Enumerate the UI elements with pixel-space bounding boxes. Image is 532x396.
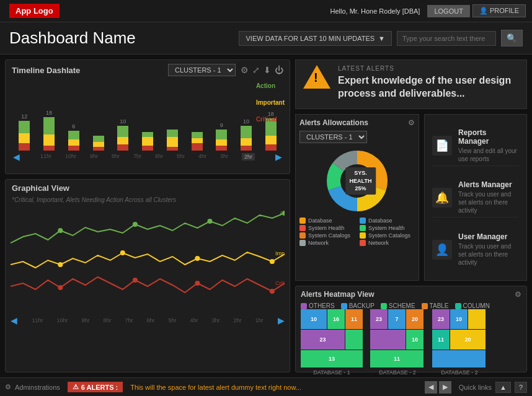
timeline-panel: Timeline Dashlate CLUSTERS - 1 ⚙ ⤢ ⬇ ⏻ 1… — [5, 59, 290, 174]
alerts-manager-icon: 🔔 — [432, 188, 452, 208]
username: Mr. Hone Rodely [DBA] — [350, 7, 420, 15]
svg-point-2 — [207, 219, 212, 224]
reports-manager-item[interactable]: 📄 Reports Manager View and edit all your… — [432, 126, 519, 166]
legend-item: System Catalogs — [360, 232, 415, 239]
graph-bottom: ◀ 11hr10hr9hr8hr7hr6hr5hr4hr3hr2hr1hr ▶ — [6, 314, 290, 327]
reports-manager-icon: 📄 — [432, 136, 452, 156]
legend-dot — [299, 225, 306, 231]
backup-dot — [341, 303, 347, 309]
timeline-nav-right[interactable]: ▶ — [275, 152, 282, 162]
timeline-cluster-select[interactable]: CLUSTERS - 1 — [168, 64, 236, 76]
hm-cell: 10 — [301, 309, 327, 329]
download-icon[interactable]: ⬇ — [264, 65, 271, 75]
user-manager-item[interactable]: 👤 User Manager Track you user and set al… — [432, 230, 519, 269]
heatmap-legend: OTHERS BACKUP SCHEME TABLE COLUMN — [301, 302, 521, 309]
prev-alert-button[interactable]: ◀ — [425, 381, 437, 394]
hm-cell: 20 — [406, 309, 423, 329]
legend-item: Database — [299, 218, 355, 224]
heatmap-legend-backup: BACKUP — [341, 302, 375, 309]
app-logo: App Logo — [9, 4, 60, 18]
heatmap-db3-label: DATABASE - 2 — [441, 369, 478, 376]
hm-cell — [432, 350, 485, 367]
important-label: Important — [256, 99, 285, 106]
heatmap-legend-column: COLUMN — [455, 302, 490, 309]
latest-alerts-panel: LATEST ALERTS Expert knowledge of the us… — [295, 59, 527, 109]
alert-text-area: LATEST ALERTS Expert knowledge of the us… — [338, 65, 519, 100]
legend-item: System Catalogs — [299, 232, 355, 239]
search-button[interactable]: 🔍 — [501, 30, 523, 46]
alerts-manager-item[interactable]: 🔔 Alerts Manager Track you user and set … — [432, 178, 519, 218]
heatmap-db1: 10 16 11 23 13 DATABASE - 1 — [301, 309, 363, 376]
graph-header: Graphical View — [6, 180, 290, 196]
timeline-nav-left[interactable]: ◀ — [13, 152, 20, 162]
user-manager-text: User Manager Track you user and set aler… — [458, 232, 519, 266]
quick-links-up-button[interactable]: ▲ — [495, 382, 511, 393]
hm-cell: 11 — [432, 330, 450, 350]
bottom-admins: ⚙ Adminstrations — [5, 383, 60, 391]
heatmap-legend-others: OTHERS — [301, 302, 335, 309]
svg-point-11 — [270, 289, 275, 294]
search-input[interactable] — [397, 31, 496, 46]
bottom-nav-arrows: ◀ ▶ — [425, 381, 451, 394]
heatmap-gear-icon[interactable]: ⚙ — [515, 290, 521, 299]
hm-cell: 7 — [388, 309, 406, 329]
left-column: Timeline Dashlate CLUSTERS - 1 ⚙ ⤢ ⬇ ⏻ 1… — [5, 59, 290, 372]
hm-cell — [370, 330, 406, 350]
svg-point-1 — [133, 222, 138, 227]
allowcations-header: Alerts Allowcations ⚙ — [299, 118, 415, 127]
heatmap-content: 10 16 11 23 13 DATABASE - 1 23 7 20 — [301, 309, 521, 376]
next-alert-button[interactable]: ▶ — [439, 381, 451, 394]
critical-label: Critical — [256, 116, 285, 123]
main-content: Timeline Dashlate CLUSTERS - 1 ⚙ ⤢ ⬇ ⏻ 1… — [0, 55, 532, 377]
view-data-label: VIEW DATA FOR LAST 10 MIN UPDATES — [246, 35, 375, 42]
time-labels: 11hr10hr9hr8hr7hr6hr5hr4hr3hr 2hr — [40, 153, 255, 161]
svg-point-5 — [120, 250, 125, 255]
svg-point-8 — [58, 285, 63, 290]
profile-button[interactable]: 👤 PROFILE — [472, 4, 526, 17]
alerts-manager-text: Alerts Manager Track you user and set al… — [458, 180, 519, 214]
header: Dashboard Name VIEW DATA FOR LAST 10 MIN… — [0, 22, 532, 55]
allowcations-gear-icon[interactable]: ⚙ — [408, 118, 415, 127]
line-chart-area: Action Important Critical — [6, 206, 290, 314]
heatmap-db2: 23 7 20 10 11 DATABASE - 2 — [370, 309, 425, 376]
hm-cell — [468, 309, 485, 329]
graph-title: Graphical View — [12, 183, 283, 193]
heatmap-db3: 23 10 11 20 DATABASE - 2 — [432, 309, 487, 376]
user-info: Hello, Mr. Hone Rodely [DBA] — [330, 7, 420, 15]
settings-icon[interactable]: ⚙ — [241, 65, 249, 75]
bottom-alert-message: This will the space for latest alert dum… — [130, 384, 417, 391]
svg-point-10 — [195, 281, 200, 286]
svg-point-9 — [133, 278, 138, 283]
alert-message: Expert knowledge of the user design proc… — [338, 74, 519, 100]
view-data-dropdown[interactable]: VIEW DATA FOR LAST 10 MIN UPDATES ▼ — [239, 31, 392, 46]
hm-cell: 23 — [301, 330, 345, 350]
svg-point-0 — [58, 228, 63, 233]
expand-icon[interactable]: ⤢ — [252, 65, 260, 75]
timeline-bottom: ◀ 11hr10hr9hr8hr7hr6hr5hr4hr3hr 2hr ▶ — [11, 151, 285, 162]
alerts-manager-desc: Track you user and set alerts on there a… — [458, 190, 519, 214]
donut-label: SYS. HEALTH 25% — [345, 167, 376, 195]
legend-item: Network — [360, 240, 415, 246]
heatmap-db2-label: DATABASE - 2 — [379, 369, 416, 376]
hello-text: Hello, — [330, 7, 348, 15]
hm-cell: 20 — [450, 330, 485, 350]
power-icon[interactable]: ⏻ — [275, 65, 283, 75]
graph-nav-left[interactable]: ◀ — [11, 315, 17, 325]
heatmap-header: Alerts Heatmap View ⚙ — [301, 290, 521, 299]
logout-button[interactable]: LOGOUT — [427, 5, 469, 17]
svg-point-7 — [270, 259, 275, 264]
quick-links-help-button[interactable]: ? — [515, 382, 527, 393]
allowcations-cluster-select[interactable]: CLUSTERS - 1 — [299, 131, 367, 143]
svg-text:Important: Important — [275, 250, 285, 257]
heatmap-db1-label: DATABASE - 1 — [313, 369, 350, 376]
graph-time-labels: 11hr10hr9hr8hr7hr6hr5hr4hr3hr2hr1hr — [32, 317, 263, 323]
top-nav: App Logo Hello, Mr. Hone Rodely [DBA] LO… — [0, 0, 532, 22]
graph-nav-right[interactable]: ▶ — [278, 315, 285, 325]
legend-dot — [299, 240, 306, 246]
reports-manager-title: Reports Manager — [458, 128, 519, 146]
timeline-chart-area: 12 18 — [6, 80, 290, 164]
alert-triangle-icon: ⚠ — [73, 383, 79, 391]
timeline-icons: ⚙ ⤢ ⬇ ⏻ — [241, 65, 283, 75]
legend-grid: Database Database System Health System H… — [299, 218, 415, 246]
middle-right: Alerts Allowcations ⚙ CLUSTERS - 1 — [295, 114, 527, 281]
